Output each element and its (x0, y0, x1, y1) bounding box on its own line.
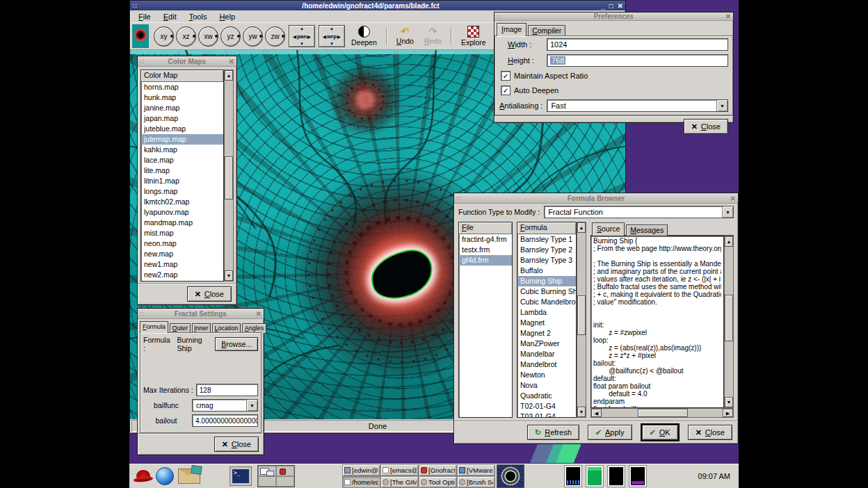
source-h-scrollbar[interactable]: ◀ ▶ (590, 408, 734, 418)
menu-item[interactable]: Edit (158, 12, 182, 22)
tab[interactable]: Outer (170, 323, 191, 333)
scroll-up-icon[interactable]: ▲ (577, 222, 586, 233)
formula-item[interactable]: Magnet 2 (517, 328, 576, 339)
preferences-titlebar[interactable]: :: Preferences ✕ (495, 13, 733, 21)
color-map-item[interactable]: new1.map (141, 259, 223, 270)
warp-down-icon[interactable]: ▼ (330, 42, 334, 46)
tab[interactable]: Messages (626, 225, 668, 236)
formula-item[interactable]: Burning Ship (517, 276, 576, 286)
terminal-launcher-icon[interactable]: >_ (230, 466, 252, 486)
warp-left-icon[interactable]: ◀ (323, 34, 326, 39)
apply-button[interactable]: ✔ Apply (588, 425, 632, 440)
maintain-aspect-checkbox[interactable]: ✓ Maintain Aspect Ratio (501, 71, 728, 81)
undo-button[interactable]: ↶ Undo (392, 27, 418, 45)
warp-widget[interactable]: ▲ ◀ wrp ▶ ▼ (319, 25, 345, 47)
width-input[interactable]: 1024 (547, 38, 728, 51)
color-map-item[interactable]: kahki.map (141, 145, 223, 155)
tab[interactable]: Angles (242, 323, 266, 333)
chevron-down-icon[interactable]: ▼ (722, 206, 733, 218)
color-map-item[interactable]: mandmap.map (141, 218, 223, 228)
menu-item[interactable]: Tools (184, 12, 213, 22)
rotation-button[interactable]: zw (265, 26, 285, 47)
memory-monitor-applet[interactable] (586, 466, 603, 487)
close-button[interactable]: ✕ Close (688, 425, 732, 440)
fractal-thumbnail-applet[interactable] (497, 464, 524, 488)
close-icon[interactable]: ✕ (618, 2, 623, 10)
file-item[interactable]: testx.frm (459, 245, 512, 255)
rotation-button[interactable]: xy (154, 26, 174, 47)
color-map-item[interactable]: new.map (141, 249, 223, 259)
color-map-item[interactable]: juteblue.map (141, 124, 223, 134)
tab[interactable]: Formula (140, 321, 168, 333)
fractal-preview-icon[interactable] (132, 24, 149, 48)
formula-item[interactable]: Barnsley Type 3 (517, 255, 576, 266)
formula-item[interactable]: ManZPower (517, 339, 576, 349)
formula-item[interactable]: Barnsley Type 1 (517, 234, 576, 245)
rotation-button[interactable]: yz (220, 26, 241, 47)
taskbar-window-button[interactable]: [VMware V (457, 464, 495, 476)
taskbar-window-button[interactable]: /home/edw (342, 476, 380, 488)
tab[interactable]: Inner (192, 323, 211, 333)
scrollbar-thumb[interactable] (725, 295, 733, 341)
main-menu-button[interactable] (134, 468, 153, 485)
color-map-item[interactable]: horns.map (141, 82, 223, 92)
scrollbar-thumb[interactable] (225, 156, 233, 200)
taskbar-window-button[interactable]: Tool Optic (419, 476, 457, 488)
browse-button[interactable]: Browse... (215, 337, 258, 351)
taskbar-window-button[interactable]: [The GIMI (380, 476, 419, 488)
formula-item[interactable]: Buffalo (517, 266, 576, 276)
scroll-down-icon[interactable]: ▼ (577, 407, 586, 417)
color-map-list-header[interactable]: Color Map (141, 70, 223, 82)
close-icon[interactable]: ✕ (256, 310, 262, 318)
menu-item[interactable]: File (133, 12, 156, 22)
pan-left-icon[interactable]: ◀ (293, 34, 296, 39)
formula-item[interactable]: Nova (517, 380, 576, 391)
antialiasing-combo[interactable]: Fast ▼ (547, 99, 728, 112)
scroll-down-icon[interactable]: ▼ (725, 397, 733, 407)
pan-widget[interactable]: ▲ ◀ pan ▶ ▼ (289, 25, 315, 47)
formula-item[interactable]: Barnsley Type 2 (517, 245, 576, 255)
max-iterations-input[interactable]: 128 (196, 384, 258, 396)
color-map-item[interactable]: lkmtch02.map (141, 197, 223, 207)
bailfunc-combo[interactable]: cmag ▼ (192, 399, 258, 412)
formula-item[interactable]: T03-01-G4 (517, 412, 576, 417)
color-map-item[interactable]: lyapunov.map (141, 207, 223, 218)
color-map-item[interactable]: janine.map (141, 103, 223, 113)
color-map-item[interactable]: litnin1.map (141, 176, 223, 186)
rotation-button[interactable]: xw (198, 26, 218, 47)
bailout-input[interactable]: 4.0000000000000000 (192, 414, 258, 427)
refresh-button[interactable]: ↻ Refresh (527, 425, 579, 440)
color-map-item[interactable]: lite.map (141, 165, 223, 176)
height-input[interactable]: 768 (547, 54, 728, 67)
close-icon[interactable]: ✕ (229, 58, 234, 65)
scroll-down-icon[interactable]: ▼ (225, 270, 233, 281)
warp-up-icon[interactable]: ▲ (330, 26, 334, 31)
workspace-3[interactable] (258, 476, 276, 487)
source-v-scrollbar[interactable]: ▲ ▼ (724, 236, 734, 408)
scroll-up-icon[interactable]: ▲ (725, 236, 733, 247)
file-item[interactable]: gf4d.frm (459, 255, 512, 266)
color-map-item[interactable]: japan.map (141, 113, 223, 124)
menu-item[interactable]: Help (214, 12, 241, 22)
close-icon[interactable]: ✕ (725, 13, 731, 20)
ok-button[interactable]: ✔ OK (642, 425, 678, 440)
tab[interactable]: Location (212, 323, 241, 333)
redo-button[interactable]: ↷ Redo (420, 27, 446, 45)
pan-right-icon[interactable]: ▶ (307, 34, 311, 39)
explore-button[interactable]: Explore (457, 26, 490, 47)
function-type-combo[interactable]: Fractal Function ▼ (544, 206, 734, 218)
formula-item[interactable]: Newton (517, 370, 576, 380)
taskbar-window-button[interactable]: [Brush Se (457, 476, 495, 488)
tab[interactable]: Image (497, 23, 527, 36)
rotation-button[interactable]: xz (176, 26, 196, 47)
color-map-item[interactable]: hunk.map (141, 92, 223, 103)
taskbar-window-button[interactable]: [emacs@l (380, 464, 419, 476)
scrollbar-thumb[interactable] (577, 295, 586, 335)
workspace-4[interactable] (276, 476, 294, 487)
formula-item[interactable]: Cubic Burning Ship (517, 286, 576, 297)
clock[interactable]: 09:07 AM (698, 472, 730, 480)
color-map-item[interactable]: neon.map (141, 238, 223, 249)
formula-item[interactable]: Quadratic (517, 391, 576, 401)
main-titlebar[interactable]: :: /home/edwin/gnofract4d/params/blade.f… (130, 1, 625, 10)
file-list-header[interactable]: File (459, 222, 512, 234)
